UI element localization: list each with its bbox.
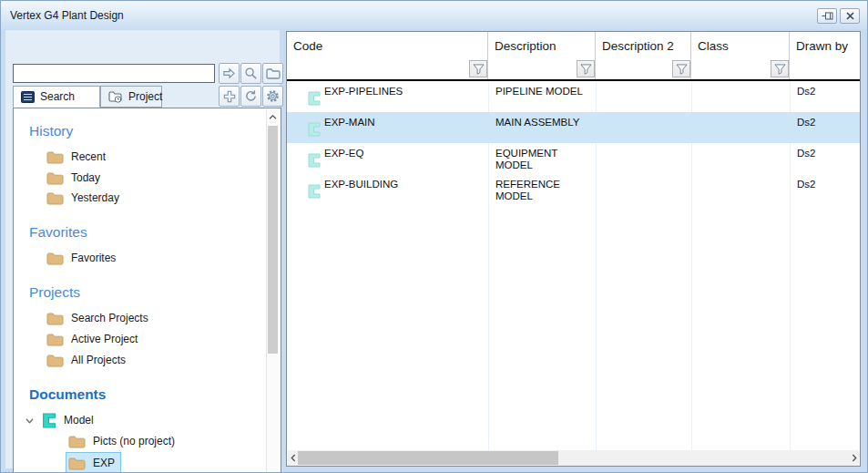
search-tab-icon [21, 91, 35, 103]
tree-item-label: Recent [71, 150, 106, 163]
model-doc-icon [308, 122, 321, 137]
cell-drawn-by: Ds2 [797, 148, 815, 159]
model-icon [42, 413, 56, 428]
tree-item-label: Picts (no project) [93, 435, 175, 447]
close-button[interactable] [840, 8, 860, 24]
column-header-label: Class [698, 39, 729, 53]
tree-item-picts[interactable]: Picts (no project) [68, 432, 175, 450]
section-documents: Documents [29, 386, 106, 403]
model-doc-icon [308, 91, 321, 106]
tree-item-label: Today [71, 171, 100, 184]
close-icon [846, 12, 854, 20]
refresh-button[interactable] [240, 86, 261, 107]
folder-icon [46, 312, 64, 325]
folder-icon [46, 150, 64, 164]
section-history: History [29, 123, 73, 139]
search-input[interactable] [13, 64, 215, 83]
cell-code: EXP-MAIN [324, 117, 375, 129]
table-row[interactable]: EXP-EQ EQUIPMENT MODEL Ds2 [287, 143, 860, 174]
table-row[interactable]: EXP-PIPELINES PIPELINE MODEL Ds2 [287, 81, 860, 112]
cell-code: EXP-PIPELINES [324, 86, 403, 98]
open-folder-button[interactable] [262, 63, 283, 84]
tree-item-label: EXP [93, 457, 115, 469]
folder-icon [68, 457, 86, 470]
window-title: Vertex G4 Plant Design [10, 9, 124, 22]
filter-button-description2[interactable] [672, 60, 690, 77]
column-header-label: Drawn by [796, 39, 848, 53]
tab-search[interactable]: Search [13, 86, 100, 108]
table-row[interactable]: EXP-BUILDING REFERENCE MODEL Ds2 [287, 174, 860, 205]
column-header-drawn-by[interactable]: Drawn by [790, 32, 860, 79]
tab-project-label: Project [128, 90, 162, 103]
go-arrow-icon [222, 67, 236, 80]
table-horizontal-scrollbar[interactable] [288, 450, 859, 466]
scroll-left-icon[interactable] [288, 450, 298, 466]
cell-drawn-by: Ds2 [797, 179, 815, 190]
filter-button-class[interactable] [771, 60, 789, 77]
cell-code: EXP-EQ [324, 148, 363, 159]
folder-icon [46, 252, 64, 265]
cell-description: MAIN ASSEMBLY [495, 117, 592, 129]
scrollbar-thumb[interactable] [298, 451, 558, 465]
folder-icon [46, 171, 64, 185]
column-header-label: Description 2 [602, 39, 674, 53]
tree-item-label: Favorites [71, 252, 116, 264]
settings-button[interactable] [262, 86, 283, 107]
scroll-right-icon[interactable] [849, 450, 859, 466]
folder-icon [46, 333, 64, 346]
documents-table-panel: Code Description Description 2 Class Dra… [286, 31, 861, 467]
tree-item-label: Active Project [71, 333, 138, 345]
cell-drawn-by: Ds2 [797, 86, 815, 98]
table-row-selected[interactable]: EXP-MAIN MAIN ASSEMBLY Ds2 [287, 112, 860, 143]
folder-icon [68, 435, 86, 448]
filter-button-description[interactable] [577, 60, 595, 77]
model-doc-icon [308, 184, 321, 199]
chevron-down-icon[interactable] [25, 416, 35, 425]
tree-item-label: All Projects [71, 354, 126, 366]
tree-item-exp[interactable]: EXP [66, 452, 121, 473]
gear-icon [266, 89, 280, 103]
folder-icon [266, 67, 281, 79]
pin-button[interactable] [817, 8, 837, 24]
filter-button-code[interactable] [469, 60, 487, 77]
tab-project[interactable]: Project [100, 86, 162, 108]
tree-item-favorites[interactable]: Favorites [46, 249, 116, 267]
search-button[interactable] [240, 63, 261, 84]
tree-vertical-scrollbar[interactable] [266, 109, 280, 473]
cell-description: EQUIPMENT MODEL [495, 148, 592, 171]
go-button[interactable] [219, 63, 240, 84]
scroll-up-icon[interactable] [267, 109, 279, 124]
folder-icon [46, 191, 64, 205]
cell-description: PIPELINE MODEL [495, 86, 592, 98]
pin-icon [822, 12, 833, 20]
column-header-code[interactable]: Code [287, 32, 488, 79]
funnel-icon [676, 64, 688, 75]
project-folder-clock-icon [108, 90, 123, 103]
app-window: Vertex G4 Plant Design [0, 0, 868, 473]
folder-icon [46, 354, 64, 367]
cell-code: EXP-BUILDING [324, 179, 398, 190]
tree-item-label: Search Projects [71, 312, 148, 324]
tree-item-recent[interactable]: Recent [46, 148, 106, 166]
scrollbar-thumb[interactable] [268, 126, 278, 354]
column-header-label: Description [495, 39, 557, 53]
tree-item-today[interactable]: Today [46, 169, 100, 187]
titlebar[interactable]: Vertex G4 Plant Design [1, 1, 867, 29]
column-header-label: Code [293, 39, 322, 53]
plus-icon [223, 90, 236, 103]
add-button[interactable] [219, 86, 240, 107]
tree-item-yesterday[interactable]: Yesterday [46, 189, 119, 207]
section-favorites: Favorites [29, 224, 87, 241]
tree-item-all-projects[interactable]: All Projects [46, 351, 126, 369]
tree-item-search-projects[interactable]: Search Projects [46, 309, 148, 327]
section-projects: Projects [29, 284, 80, 301]
tree-item-active-project[interactable]: Active Project [46, 330, 138, 348]
funnel-icon [774, 64, 786, 75]
tree-item-label: Yesterday [71, 191, 119, 204]
refresh-icon [244, 89, 258, 103]
left-panel: Search Project History [5, 30, 280, 468]
cell-drawn-by: Ds2 [797, 117, 815, 129]
magnifier-icon [244, 67, 258, 80]
tree-item-model[interactable]: Model [25, 411, 94, 429]
navigation-tree: History Recent Today Yesterday Favorites… [13, 108, 281, 473]
